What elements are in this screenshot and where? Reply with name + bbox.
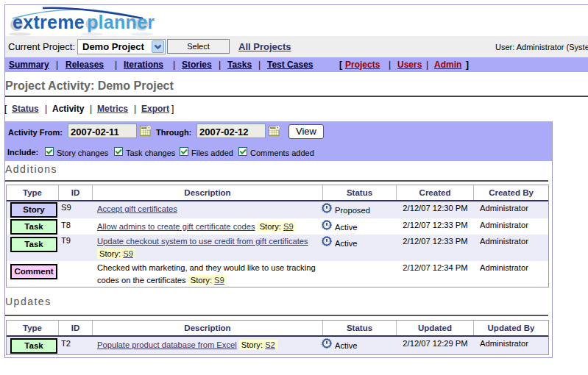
svg-text:extreme: extreme	[13, 12, 85, 32]
svg-text:planner: planner	[87, 12, 155, 32]
